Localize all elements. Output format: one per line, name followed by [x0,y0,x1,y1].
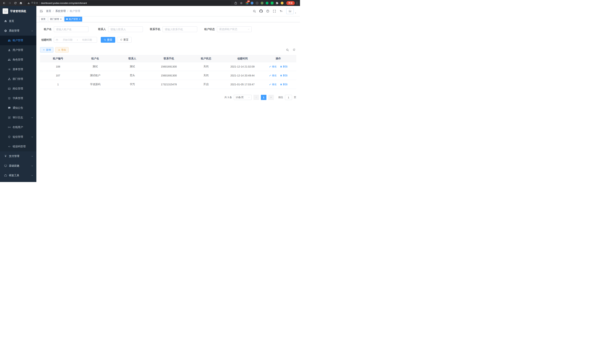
sidebar-item-home[interactable]: 首页 [0,16,36,26]
sidebar-item-infrastructure[interactable]: 基础设施 [0,161,36,171]
id-badge-icon [8,87,11,90]
github-icon[interactable] [258,9,264,13]
sidebar-item-online-users[interactable]: 在线用户 [0,122,36,132]
sidebar-item-devtools[interactable]: 研发工具 [0,171,36,180]
created-at-cell: 2021-01-05 17:03:47 [225,83,260,86]
forward-icon[interactable] [7,0,12,5]
monitor-icon [4,164,7,167]
delete-button[interactable]: 删除 [280,83,288,86]
table-tools [286,48,296,51]
table-row[interactable]: 107 测试租户 秃头 15601691300 关闭 2021-12-14 20… [40,71,296,80]
sidebar-item-sms[interactable]: 短信管理 [0,132,36,142]
sidebar-item-post[interactable]: 岗位管理 [0,84,36,93]
reset-button[interactable]: 重置 [117,37,131,43]
add-button-label: 新增 [46,48,51,52]
browser-menu-icon[interactable] [295,0,299,5]
sidebar: 芋道管理系统 首页 系统管理 租户管理 [0,6,36,182]
app-logo-image [3,8,8,14]
header-search-icon[interactable] [251,9,258,13]
menu-fold-icon[interactable] [36,9,46,13]
sidebar-item-system[interactable]: 系统管理 [0,26,36,36]
extension-blue-icon[interactable] [250,1,254,5]
close-icon[interactable] [60,18,62,20]
goto-label: 前往 [278,96,283,99]
extension-grid-icon[interactable]: 10 [245,1,249,5]
extension-olive-icon[interactable] [260,1,264,5]
phone-label: 联系手机 [149,28,160,31]
date-range-picker[interactable]: 开始日期 - 结束日期 [54,37,97,43]
user-avatar-menu[interactable] [286,8,297,14]
search-button[interactable]: 搜索 [101,37,115,43]
gear-icon [4,29,7,32]
export-button[interactable]: 导出 [55,47,69,53]
font-size-icon[interactable] [278,9,284,13]
breadcrumb-item[interactable]: 系统管理 [55,9,66,13]
page-1-button[interactable]: 1 [261,95,266,100]
sidebar-item-menu[interactable]: 菜单管理 [0,65,36,74]
phone-input[interactable] [162,26,197,32]
tab-dept[interactable]: 部门管理 [48,17,64,21]
table-row[interactable]: 1 芋道源码 芋艿 17321315478 开启 2021-01-05 17:0… [40,80,296,89]
tenant-name-cell: 测试租户 [76,74,114,77]
close-icon[interactable] [79,18,80,20]
extension-green-square-icon[interactable] [270,1,274,5]
page-size-select[interactable]: 10条/页 [234,95,252,100]
add-button[interactable]: 新增 [40,47,53,53]
sidebar-item-dept[interactable]: 部门管理 [0,74,36,84]
chevron-down-icon [31,117,33,119]
home-icon [4,20,7,23]
tab-home[interactable]: 首页 [39,17,47,21]
refresh-table-icon[interactable] [293,48,296,51]
search-button-label: 搜索 [107,38,112,42]
status-select[interactable]: 请选择租户状态 [217,26,252,32]
browser-home-icon[interactable] [18,0,23,5]
tenant-name-input[interactable] [54,26,88,32]
fullscreen-icon[interactable] [271,9,278,13]
tab-tenant[interactable]: 租户管理 [64,17,82,21]
sidebar-item-notice[interactable]: 通知公告 [0,103,36,113]
contact-input[interactable] [108,26,143,32]
delete-button[interactable]: 删除 [280,74,288,77]
edit-button[interactable]: 修改 [269,83,277,86]
user-icon [8,49,11,52]
toggle-search-icon[interactable] [286,48,289,51]
message-icon [8,106,11,110]
screen: 不安全 dashboard.yudao.iocoder.cn/system/te… [0,0,300,182]
bookmark-star-icon[interactable] [239,0,244,5]
back-icon[interactable] [1,0,7,5]
help-icon[interactable] [264,9,271,13]
sidebar-item-label: 研发工具 [9,174,19,177]
chevron-down-icon [31,165,33,167]
sidebar-item-error-code[interactable]: 错误码管理 [0,142,36,151]
page-unit-label: 页 [294,96,296,99]
address-bar[interactable]: 不安全 dashboard.yudao.iocoder.cn/system/te… [25,0,231,5]
table-row[interactable]: 108 测试 测试 15601691300 关闭 2021-12-14 21:0… [40,62,296,71]
reload-icon[interactable] [13,0,18,5]
share-icon[interactable] [233,0,238,5]
sidebar-item-user[interactable]: 用户管理 [0,45,36,55]
sidebar-item-role[interactable]: 角色管理 [0,55,36,65]
date-range-separator: - [77,38,78,41]
prev-page-button[interactable] [253,95,259,100]
sidebar-item-label: 字典管理 [13,97,23,100]
edit-button[interactable]: 修改 [269,74,277,77]
tenant-table: 租户编号 租户名 联系人 联系手机 租户状态 创建时间 操作 108 测试 测试… [40,55,296,89]
edit-button[interactable]: 修改 [269,65,277,68]
update-button[interactable]: 更新 [286,1,295,5]
sidebar-item-dict[interactable]: 字典管理 [0,93,36,103]
next-page-button[interactable] [268,95,274,100]
goto-page-input[interactable] [285,95,292,100]
extension-dark-sphere-icon[interactable] [255,1,259,5]
breadcrumb-item[interactable]: 首页 [46,9,51,13]
sidebar-item-payment[interactable]: ¥ 支付管理 [0,151,36,161]
extensions-puzzle-icon[interactable] [275,1,279,5]
reset-button-label: 重置 [123,38,129,42]
delete-button[interactable]: 删除 [280,65,288,68]
extension-green-circle-icon[interactable] [265,1,269,5]
sidebar-item-label: 岗位管理 [13,87,23,90]
not-secure-label: 不安全 [31,1,38,5]
app-logo[interactable]: 芋道管理系统 [0,6,36,16]
sidebar-item-tenant[interactable]: 租户管理 [0,36,36,45]
browser-profile-avatar[interactable] [280,1,284,5]
sidebar-item-audit-log[interactable]: 审计日志 [0,113,36,122]
